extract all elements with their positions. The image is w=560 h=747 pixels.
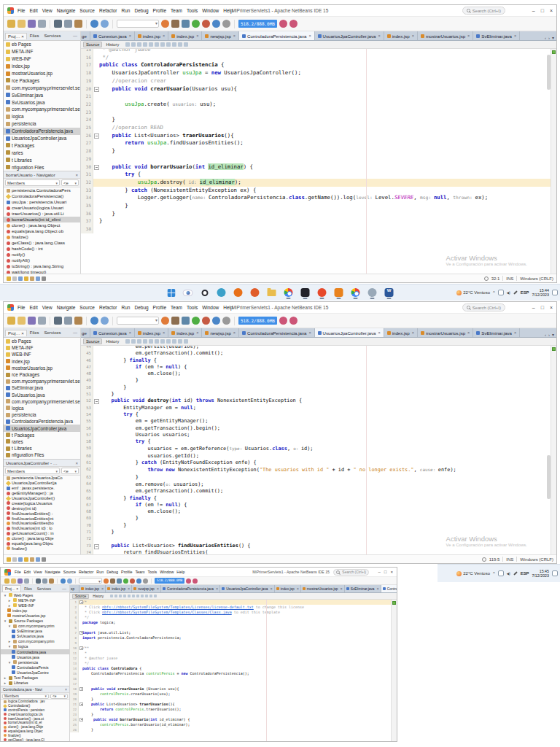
members-combo[interactable]: Members▾ xyxy=(5,179,60,186)
tree-item[interactable]: logica xyxy=(4,405,80,411)
more-icon[interactable] xyxy=(143,578,148,584)
navigator-filter-buttons[interactable] xyxy=(7,276,79,281)
fold-icon[interactable] xyxy=(79,600,82,605)
chevron-down-icon[interactable]: ▾ xyxy=(7,644,12,649)
menu-team[interactable]: Team xyxy=(135,570,144,574)
close-tab-icon[interactable]: × xyxy=(297,587,299,591)
build-icon[interactable] xyxy=(171,317,179,325)
filter-toggle-icon[interactable] xyxy=(24,557,28,562)
navigator-item[interactable]: UsuariosJpaController(ja xyxy=(4,481,80,486)
fold-icon[interactable] xyxy=(93,163,99,171)
history-view-button[interactable]: History xyxy=(104,42,120,47)
gc-icon[interactable] xyxy=(186,578,191,584)
redo-icon[interactable] xyxy=(101,20,109,28)
menu-file[interactable]: File xyxy=(18,8,25,13)
editor-tab[interactable]: SvEliminar.java× xyxy=(345,585,381,592)
close-tab-icon[interactable]: × xyxy=(412,34,414,38)
menu-window[interactable]: Window xyxy=(160,570,174,574)
editor-tool-icon[interactable] xyxy=(137,42,141,47)
navigator-item[interactable]: UsuariosJpaController() xyxy=(4,496,80,501)
config-combo[interactable] xyxy=(117,20,159,28)
close-tab-icon[interactable]: × xyxy=(216,587,218,591)
fold-icon[interactable] xyxy=(79,702,82,707)
navigator-item[interactable]: create(logica.Usuarios xyxy=(4,500,80,506)
tree-item[interactable]: persistencia xyxy=(4,120,80,128)
editor-tab[interactable]: newjsp.jsp× xyxy=(132,585,161,592)
title-bar[interactable]: FileEditViewNavigateSourceRefactorRunDeb… xyxy=(1,568,397,577)
paste-icon[interactable] xyxy=(74,20,82,28)
close-button[interactable]: × xyxy=(550,8,553,13)
chevron-down-icon[interactable]: ▾ xyxy=(7,624,12,628)
tree-item[interactable]: persistencia xyxy=(4,411,80,418)
fold-icon[interactable] xyxy=(79,686,82,692)
fold-icon[interactable] xyxy=(93,85,99,93)
language-indicator[interactable]: ESP xyxy=(521,571,529,576)
display-icon[interactable] xyxy=(498,570,504,576)
menu-view[interactable]: View xyxy=(42,8,52,13)
build-icon[interactable] xyxy=(110,578,115,584)
navigator-tree[interactable]: persistencia.UsuariosJpaCoUsuariosJpaCon… xyxy=(4,476,80,554)
tree-item[interactable]: eb Pages xyxy=(4,41,80,48)
navigator-item[interactable]: getClass() : java.lang.Class xyxy=(4,240,80,246)
chevron-down-icon[interactable]: ▾ xyxy=(3,593,7,597)
search-button[interactable] xyxy=(183,286,193,299)
menu-tools[interactable]: Tools xyxy=(187,8,198,13)
new-file-icon[interactable] xyxy=(4,578,9,584)
editor-tool-icon[interactable] xyxy=(123,595,126,597)
export-icon[interactable] xyxy=(38,317,46,325)
editor-tab[interactable]: index.jsp× xyxy=(168,31,202,40)
navigator-item[interactable]: borrarUsuario(int id_elimi xyxy=(4,217,80,222)
open-project-icon[interactable] xyxy=(11,578,16,584)
clock[interactable]: 15:457/12/2023 xyxy=(532,569,549,578)
navigator-item[interactable]: finalize() xyxy=(4,546,80,551)
debug-icon[interactable] xyxy=(202,317,210,325)
projects-tree[interactable]: ▾Web Pages▸META-INF▸WEB-INFindex.jspmost… xyxy=(1,592,69,686)
close-tab-icon[interactable]: × xyxy=(378,34,380,38)
menu-debug[interactable]: Debug xyxy=(134,8,148,13)
tree-item[interactable]: nfiguration Files xyxy=(4,163,80,171)
navigator-item[interactable]: emf : javax.persistence. xyxy=(4,486,80,491)
tree-item[interactable]: SvEliminar.java xyxy=(4,384,80,391)
editor-tab[interactable]: SvEliminar.java× xyxy=(473,328,520,337)
orange-square-app-icon[interactable] xyxy=(334,286,344,299)
tree-item[interactable]: mostrarUsuarios.jsp xyxy=(4,365,80,371)
weather-widget[interactable]: 22°C Ventoso xyxy=(456,290,490,295)
save-all-icon[interactable] xyxy=(28,317,36,325)
close-tab-icon[interactable]: × xyxy=(101,587,104,591)
editor-tab[interactable]: mostrarUsuarios.jsp× xyxy=(301,585,345,592)
tree-item[interactable]: nfiguration Files xyxy=(4,452,80,458)
minimize-panel-icon[interactable]: — xyxy=(62,587,68,591)
tree-item[interactable]: mostrarUsuarios.jsp xyxy=(4,70,80,77)
debug-icon[interactable] xyxy=(130,578,135,584)
editor-tab[interactable]: newjsp.jsp× xyxy=(202,31,239,40)
tree-item[interactable]: ▾Web Pages xyxy=(1,592,69,597)
editor-tool-icon[interactable] xyxy=(143,42,147,47)
filter-toggle-icon[interactable] xyxy=(30,276,34,281)
menu-window[interactable]: Window xyxy=(202,8,219,13)
editor-tab[interactable]: ge xyxy=(81,328,90,337)
close-tab-icon[interactable]: × xyxy=(308,330,311,335)
sidebar-tab-proj[interactable]: Proj… × xyxy=(2,585,21,592)
run-icon[interactable] xyxy=(192,317,200,325)
scroll-tabs-left-icon[interactable]: ‹ xyxy=(545,36,546,40)
run-config-icon[interactable] xyxy=(161,317,169,325)
close-tab-icon[interactable]: × xyxy=(377,587,379,591)
title-bar[interactable]: FileEditViewNavigateSourceRefactorRunDeb… xyxy=(4,5,556,17)
memory-indicator[interactable]: 518.2/888.0MB xyxy=(155,578,184,584)
menu-profile[interactable]: Profile xyxy=(153,8,166,13)
editor-tool-icon[interactable] xyxy=(141,595,144,597)
run-icon[interactable] xyxy=(123,578,128,584)
edge-browser-icon[interactable] xyxy=(217,286,227,299)
volume-icon[interactable]: ◀) xyxy=(507,572,510,576)
gc-icon[interactable] xyxy=(279,20,287,28)
menu-run[interactable]: Run xyxy=(122,8,131,13)
tree-item[interactable]: ▸Libraries xyxy=(1,681,69,686)
editor-tool-icon[interactable] xyxy=(132,595,135,597)
menu-edit[interactable]: Edit xyxy=(29,8,37,13)
redo-icon[interactable] xyxy=(67,578,72,584)
fold-icon[interactable] xyxy=(93,398,99,404)
close-tab-icon[interactable]: × xyxy=(163,34,165,38)
tree-item[interactable]: eb Pages xyxy=(4,338,80,344)
profile-icon[interactable] xyxy=(136,578,141,584)
filter-toggle-icon[interactable] xyxy=(12,276,17,281)
